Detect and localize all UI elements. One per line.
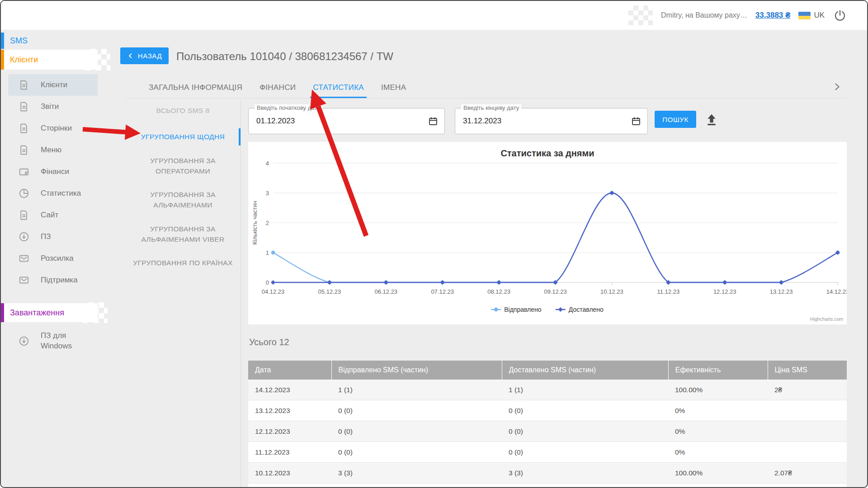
data-point-marker — [558, 307, 563, 312]
data-point-marker — [609, 191, 614, 195]
sidebar-item-6[interactable]: Статистика — [1, 183, 98, 204]
legend-item-Відправлено[interactable]: Відправлено — [491, 306, 542, 313]
table-row-partial — [248, 483, 847, 488]
sidebar-item-5[interactable]: Фінанси — [1, 161, 98, 183]
sidebar-item-2[interactable]: Звіти — [1, 96, 98, 117]
subnav-item-3[interactable]: УГРУПОВАННЯ ЗА ОПЕРАТОРАМИ — [126, 154, 240, 178]
start-date-value: 01.12.2023 — [256, 108, 295, 134]
subnav-item-4[interactable]: УГРУПОВАННЯ ЗА АЛЬФАІМЕНАМИ — [126, 188, 240, 212]
logout-power-icon[interactable] — [833, 8, 847, 23]
search-button[interactable]: ПОШУК — [655, 111, 696, 128]
data-point-marker — [497, 280, 501, 285]
x-axis-tick-label: 11.12.23 — [657, 288, 679, 295]
legend-label: Доставлено — [569, 306, 604, 313]
sidebar: SMS Клієнти КлієнтиЗвітиСторінкиМенюФіна… — [1, 30, 98, 487]
chevron-left-icon — [127, 52, 134, 59]
table-row: 11.12.20230 (0)0 (0)0% — [248, 442, 847, 463]
table-row: 14.12.20231 (1)1 (1)100.00%2₴ — [248, 380, 847, 400]
chart-credits: Highcharts.com — [810, 316, 843, 322]
table-cell: 2.07₴ — [768, 463, 847, 483]
sidebar-item-7[interactable]: Сайт — [1, 204, 98, 226]
top-bar: Dmitry, на Вашому раху… 33,3883 ₴ UK — [1, 1, 867, 30]
table-body: 14.12.20231 (1)1 (1)100.00%2₴13.12.20230… — [248, 380, 847, 488]
table-cell: 10.12.2023 — [248, 463, 331, 483]
x-axis-tick-label: 13.12.23 — [770, 288, 793, 295]
legend-label: Відправлено — [504, 306, 542, 313]
table-cell: 2₴ — [768, 380, 847, 400]
sidebar-item-10[interactable]: Підтримка — [1, 269, 98, 291]
table-cell: 3 (3) — [502, 463, 668, 483]
language-label: UK — [814, 11, 825, 20]
sidebar-item-label: Сайт — [41, 211, 58, 220]
end-date-input[interactable]: Введіть кінцеву дату 31.12.2023 — [455, 108, 648, 134]
y-axis-tick-label: 4 — [266, 160, 269, 167]
table-column-header: Дата — [248, 361, 331, 380]
ukraine-flag-icon — [798, 12, 811, 19]
subnav-item-5[interactable]: УГРУПОВАННЯ ЗА АЛЬФАІМЕНАМИ VIBER — [126, 222, 240, 246]
subnav-item-6[interactable]: УГРУПОВАННЯ ПО КРАЇНАХ — [126, 256, 240, 269]
sidebar-item-label: ПЗ — [41, 232, 51, 241]
document-icon — [18, 122, 30, 134]
sidebar-item-3[interactable]: Сторінки — [1, 117, 98, 139]
sidebar-section-sms[interactable]: SMS — [1, 33, 98, 49]
sidebar-item-label: Звіти — [41, 102, 59, 111]
table-column-header: Доставлено SMS (частин) — [502, 361, 668, 380]
tab-2[interactable]: ФІНАНСИ — [259, 77, 296, 98]
sidebar-item-1[interactable]: Клієнти — [1, 74, 98, 96]
balance-link[interactable]: 33,3883 ₴ — [755, 11, 791, 20]
table-cell: 11.12.2023 — [248, 442, 331, 463]
export-upload-icon[interactable] — [703, 111, 720, 127]
tab-bar: ЗАГАЛЬНА ІНФОРМАЦІЯФІНАНСИСТАТИСТИКАІМЕН… — [149, 77, 406, 98]
back-button-label: НАЗАД — [138, 52, 162, 60]
x-axis-tick-label: 04.12.23 — [262, 288, 285, 295]
table-cell — [768, 400, 847, 421]
tab-3[interactable]: СТАТИСТИКА — [313, 77, 364, 98]
table-cell — [768, 421, 847, 442]
x-axis-tick-label: 05.12.23 — [318, 288, 341, 295]
app-window: Dmitry, на Вашому раху… 33,3883 ₴ UK SMS… — [0, 0, 868, 488]
sidebar-item-label: Розсилка — [41, 254, 74, 263]
table-column-header: Відправлено SMS (частин) — [331, 361, 502, 380]
sidebar-item-8[interactable]: ПЗ — [1, 226, 98, 248]
sidebar-nav: КлієнтиЗвітиСторінкиМенюФінансиСтатистик… — [1, 74, 98, 291]
checker-decoration — [82, 302, 108, 323]
sidebar-item-9[interactable]: Розсилка — [1, 248, 98, 269]
tabs-scroll-right-icon[interactable] — [832, 80, 842, 93]
language-switcher[interactable]: UK — [798, 11, 825, 20]
calendar-icon[interactable] — [428, 116, 439, 127]
table-cell: 100.00% — [668, 463, 768, 483]
y-axis-tick-label: 0 — [266, 279, 269, 286]
series-Відправлено — [271, 191, 840, 285]
tab-4[interactable]: ІМЕНА — [381, 77, 406, 98]
table-cell: 0% — [668, 400, 768, 421]
table-cell: 0 (0) — [502, 421, 668, 442]
legend-item-Доставлено[interactable]: Доставлено — [556, 306, 604, 313]
data-point-marker — [494, 308, 498, 312]
sidebar-item-4[interactable]: Меню — [1, 139, 98, 161]
data-point-marker — [327, 280, 332, 285]
table-cell — [768, 442, 847, 463]
table-cell: 0 (0) — [502, 400, 668, 421]
table-cell: 0 (0) — [331, 421, 502, 442]
x-axis-tick-label: 09.12.23 — [544, 288, 567, 295]
table-header: ДатаВідправлено SMS (частин)Доставлено S… — [248, 361, 847, 380]
y-axis-title: Кількість частин — [251, 201, 258, 244]
data-point-marker — [271, 280, 275, 285]
table-row: 13.12.20230 (0)0 (0)0% — [248, 400, 847, 421]
chart-svg: Статистика за днями0123404.12.2305.12.23… — [248, 142, 847, 324]
back-button[interactable]: НАЗАД — [120, 47, 169, 64]
sidebar-item-label: Підтримка — [41, 276, 78, 285]
sidebar-item-label: ПЗ для Windows — [41, 331, 81, 352]
table-cell: 0% — [668, 442, 768, 463]
daily-statistics-table: ДатаВідправлено SMS (частин)Доставлено S… — [248, 361, 847, 488]
start-date-input[interactable]: Введіть початкову дату 01.12.2023 — [248, 108, 445, 134]
tab-1[interactable]: ЗАГАЛЬНА ІНФОРМАЦІЯ — [149, 77, 242, 98]
calendar-icon[interactable] — [631, 116, 642, 127]
subnav-item-1: ВСЬОГО SMS 8 — [126, 104, 240, 117]
sidebar-section-clients[interactable]: Клієнти — [1, 50, 98, 70]
series-Доставлено — [271, 191, 840, 285]
document-icon — [18, 79, 30, 91]
sidebar-item-pz-windows[interactable]: ПЗ для Windows — [1, 331, 98, 352]
subnav-item-2[interactable]: УГРУПОВАННЯ ЩОДНЯ — [126, 130, 240, 143]
y-axis-tick-label: 1 — [266, 249, 269, 256]
